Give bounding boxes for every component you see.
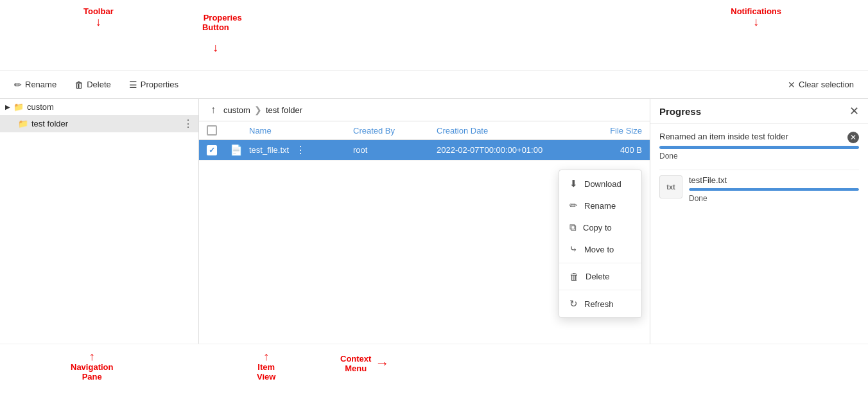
file-table-header: Name Created By Creation Date File Size — [199, 121, 650, 140]
clear-selection-label: Clear selection — [799, 80, 854, 89]
file-name: test_file.txt — [249, 145, 289, 155]
context-menu-label-download: Download — [584, 179, 621, 189]
context-menu-annotation: ContextMenu → — [276, 354, 389, 373]
file-created-by: root — [353, 145, 437, 155]
progress-body: Renamed an item inside test folder ✕ Don… — [650, 124, 868, 216]
header-check — [207, 125, 230, 136]
file-size: 400 B — [584, 145, 642, 155]
toolbar: ✏ Rename 🗑 Delete ☰ Properties ✕ Clear s… — [0, 71, 868, 99]
context-menu-label-refresh: Refresh — [584, 299, 614, 309]
nav-root-label: custom — [27, 102, 54, 112]
context-menu-label-delete: Delete — [586, 272, 610, 281]
row-checkbox-box[interactable] — [207, 145, 217, 155]
rename-icon: ✏ — [14, 80, 22, 90]
context-menu-item-download[interactable]: ⬇ Download — [559, 173, 641, 195]
context-menu-item-delete[interactable]: 🗑 Delete — [559, 266, 641, 287]
progress-task-header: Renamed an item inside test folder ✕ — [659, 132, 859, 143]
properties-icon: ☰ — [129, 80, 137, 90]
app-wrapper: Toolbar ↓ ProperiesButton ↓ Notification… — [0, 0, 868, 395]
properties-annotation: ProperiesButton ↓ — [189, 3, 242, 73]
progress-header: Progress ✕ — [650, 99, 868, 124]
nav-subfolder-label: test folder — [31, 119, 68, 128]
progress-task-1: Renamed an item inside test folder ✕ Don… — [659, 132, 859, 161]
breadcrumb-root: custom — [223, 105, 250, 115]
file-creation-date: 2022-02-07T00:00:00+01:00 — [437, 145, 584, 155]
progress-file-name: testFile.txt — [689, 175, 859, 185]
rename-icon: ✏ — [569, 200, 578, 211]
folder-icon: 📁 — [13, 102, 24, 112]
progress-file-item: txt testFile.txt Done — [659, 170, 859, 208]
breadcrumb-folder: test folder — [266, 105, 302, 115]
context-menu-separator-2 — [559, 290, 641, 290]
nav-more-button[interactable]: ⋮ — [178, 115, 198, 132]
file-name-cell: test_file.txt ⋮ — [249, 145, 353, 155]
progress-close-button[interactable]: ✕ — [849, 105, 859, 117]
delete-label: Delete — [87, 80, 111, 89]
select-all-checkbox[interactable] — [207, 125, 217, 136]
context-menu-separator — [559, 263, 641, 263]
progress-file-info: testFile.txt Done — [689, 175, 859, 203]
progress-panel: Progress ✕ Renamed an item inside test f… — [650, 99, 868, 344]
item-view-annotation: ↑ ItemView — [257, 351, 275, 382]
navigation-pane: ▶ 📁 custom 📁 test folder ⋮ — [0, 99, 199, 344]
copy-icon: ⧉ — [569, 222, 577, 233]
file-view: ↑ custom ❯ test folder Name Created By C… — [199, 99, 650, 344]
progress-bar-track — [659, 146, 859, 149]
rename-button[interactable]: ✏ Rename — [5, 76, 65, 94]
folder-icon: 📁 — [18, 119, 28, 128]
progress-file-bar-fill — [689, 188, 859, 191]
header-creation-date[interactable]: Creation Date — [437, 126, 584, 136]
header-created-by[interactable]: Created By — [353, 126, 437, 136]
context-menu-label-copy-to: Copy to — [583, 223, 612, 233]
expand-icon: ▶ — [5, 103, 10, 110]
progress-title: Progress — [659, 106, 701, 117]
move-icon: ⤷ — [569, 243, 578, 255]
delete-icon: 🗑 — [74, 80, 83, 90]
context-menu-item-rename[interactable]: ✏ Rename — [559, 195, 641, 216]
table-row[interactable]: 📄 test_file.txt ⋮ root 2022-02-07T00:00:… — [199, 140, 650, 161]
file-context-menu-button[interactable]: ⋮ — [293, 145, 308, 155]
progress-cancel-button[interactable]: ✕ — [847, 132, 859, 143]
progress-status: Done — [659, 152, 859, 161]
main-area: ▶ 📁 custom 📁 test folder ⋮ ↑ custom ❯ te… — [0, 99, 868, 344]
context-menu-label-rename: Rename — [584, 201, 616, 211]
header-name[interactable]: Name — [249, 126, 353, 136]
context-menu: ⬇ Download ✏ Rename ⧉ Copy to ⤷ Move to — [559, 170, 642, 318]
nav-pane-annotation: ↑ NavigationPane — [71, 351, 113, 382]
toolbar-annotation: Toolbar ↓ — [83, 6, 114, 28]
nav-item-custom[interactable]: ▶ 📁 custom — [0, 99, 198, 115]
row-checkbox[interactable] — [207, 145, 230, 155]
context-menu-label-move-to: Move to — [584, 245, 614, 254]
breadcrumb-separator: ❯ — [254, 105, 262, 115]
properties-button[interactable]: ☰ Properties — [120, 76, 187, 94]
clear-selection-button[interactable]: ✕ Clear selection — [779, 76, 863, 94]
breadcrumb-bar: ↑ custom ❯ test folder — [199, 99, 650, 121]
rename-label: Rename — [25, 80, 56, 89]
nav-item-test-folder[interactable]: 📁 test folder — [0, 116, 178, 132]
progress-file-icon: txt — [659, 175, 682, 198]
close-icon: ✕ — [788, 80, 795, 90]
progress-file-bar-track — [689, 188, 859, 191]
file-type-icon: 📄 — [230, 144, 249, 156]
progress-bar-fill — [659, 146, 859, 149]
progress-task-label: Renamed an item inside test folder — [659, 132, 844, 141]
nav-subitem-row-test-folder: 📁 test folder ⋮ — [0, 115, 198, 132]
refresh-icon: ↻ — [569, 298, 578, 310]
delete-icon: 🗑 — [569, 271, 579, 282]
progress-file-status: Done — [689, 194, 859, 203]
download-icon: ⬇ — [569, 178, 578, 189]
notifications-annotation: Notifications ↓ — [731, 6, 781, 28]
delete-button[interactable]: 🗑 Delete — [65, 76, 120, 94]
context-menu-item-refresh[interactable]: ↻ Refresh — [559, 293, 641, 315]
header-file-size[interactable]: File Size — [584, 126, 642, 136]
context-menu-item-copy-to[interactable]: ⧉ Copy to — [559, 216, 641, 238]
properties-label: Properties — [141, 80, 178, 89]
context-menu-item-move-to[interactable]: ⤷ Move to — [559, 238, 641, 260]
breadcrumb-up-button[interactable]: ↑ — [207, 103, 220, 117]
